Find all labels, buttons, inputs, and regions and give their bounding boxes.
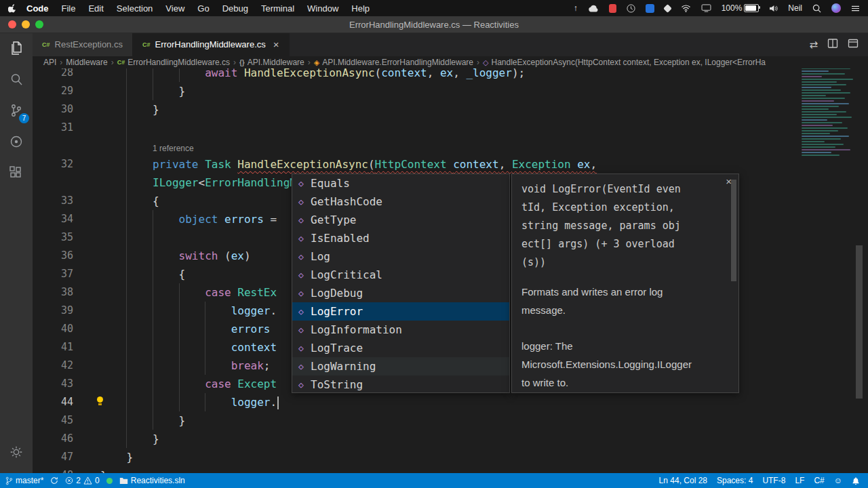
line-number[interactable]: 28: [33, 68, 73, 82]
zoom-window-button[interactable]: [35, 20, 43, 28]
extensions-icon[interactable]: [0, 157, 33, 188]
record-icon[interactable]: [609, 4, 616, 13]
language-mode[interactable]: C#: [814, 476, 824, 485]
siri-icon[interactable]: [831, 3, 841, 13]
breadcrumb-item[interactable]: Middleware: [66, 58, 107, 67]
upload-icon[interactable]: ↑: [574, 3, 578, 13]
compare-changes-icon[interactable]: ⇄: [809, 39, 818, 51]
menu-view[interactable]: View: [165, 3, 184, 14]
apple-menu-icon[interactable]: [8, 3, 17, 14]
tab-errorhandlingmiddleware[interactable]: C# ErrorHandlingMiddleware.cs ×: [133, 33, 290, 56]
code-line[interactable]: 29 }: [33, 82, 868, 100]
eol-status[interactable]: LF: [795, 476, 804, 485]
suggest-item-isenabled[interactable]: ◇IsEnabled: [292, 229, 509, 247]
feedback-smiley-icon[interactable]: ☺: [834, 476, 842, 485]
line-number[interactable]: 36: [33, 247, 73, 265]
menu-code[interactable]: Code: [26, 3, 49, 14]
code-line[interactable]: 48}: [33, 466, 868, 473]
spotlight-icon[interactable]: [812, 4, 821, 13]
menu-debug[interactable]: Debug: [222, 3, 248, 14]
docs-scrollbar[interactable]: [731, 180, 736, 281]
line-number[interactable]: 42: [33, 357, 73, 375]
line-number[interactable]: 48: [33, 466, 73, 473]
problems-status[interactable]: 2 0: [65, 476, 99, 485]
suggest-item-tostring[interactable]: ◇ToString: [292, 375, 509, 393]
line-number[interactable]: 32: [33, 155, 73, 174]
suggest-item-logcritical[interactable]: ◇LogCritical: [292, 266, 509, 284]
suggest-item-equals[interactable]: ◇Equals: [292, 174, 509, 192]
breadcrumb-item[interactable]: ◈API.Middleware.ErrorHandlingMiddleware: [314, 58, 473, 67]
display-icon[interactable]: [701, 4, 711, 12]
minimize-window-button[interactable]: [22, 20, 30, 28]
notifications-bell-icon[interactable]: [852, 476, 860, 485]
menu-terminal[interactable]: Terminal: [261, 3, 294, 14]
keyboard-layout-icon[interactable]: [646, 4, 654, 13]
code-line[interactable]: 30 }: [33, 100, 868, 119]
line-number[interactable]: 33: [33, 192, 73, 210]
line-number[interactable]: 30: [33, 100, 73, 119]
breadcrumb-item[interactable]: C#ErrorHandlingMiddleware.cs: [117, 58, 230, 67]
menu-window[interactable]: Window: [307, 3, 338, 14]
line-number[interactable]: 31: [33, 119, 73, 137]
suggest-item-logerror[interactable]: ◇LogError: [292, 302, 509, 321]
quick-fix-lightbulb-icon[interactable]: [96, 396, 104, 406]
explorer-icon[interactable]: [0, 33, 33, 64]
code-line[interactable]: 47 }: [33, 448, 868, 466]
suggest-item-gettype[interactable]: ◇GetType: [292, 211, 509, 229]
suggest-item-gethashcode[interactable]: ◇GetHashCode: [292, 192, 509, 211]
editor-scrollbar[interactable]: [856, 245, 863, 399]
code-line[interactable]: 44 logger.: [33, 393, 868, 411]
line-number[interactable]: 34: [33, 210, 73, 228]
suggest-item-log[interactable]: ◇Log: [292, 247, 509, 266]
code-line[interactable]: 31: [33, 119, 868, 137]
solution-status[interactable]: Reactivities.sln: [119, 476, 185, 485]
battery-indicator[interactable]: 100%: [722, 3, 760, 13]
settings-gear-icon[interactable]: [0, 436, 33, 468]
menu-edit[interactable]: Edit: [88, 3, 103, 14]
line-number[interactable]: 43: [33, 375, 73, 393]
codelens[interactable]: 1 reference: [33, 137, 868, 155]
suggest-item-loginformation[interactable]: ◇LogInformation: [292, 321, 509, 339]
line-number[interactable]: 39: [33, 302, 73, 320]
more-actions-icon[interactable]: [848, 38, 859, 51]
suggest-item-logwarning[interactable]: ◇LogWarning: [292, 357, 509, 375]
menu-go[interactable]: Go: [197, 3, 209, 14]
menu-file[interactable]: File: [62, 3, 76, 14]
menubar-user[interactable]: Neil: [788, 3, 802, 13]
close-window-button[interactable]: [8, 20, 16, 28]
line-number[interactable]: 38: [33, 283, 73, 302]
wifi-icon[interactable]: [681, 4, 691, 12]
tab-restexception[interactable]: C# RestException.cs: [33, 33, 133, 56]
code-line[interactable]: 28 await HandleExceptionAsync(context, e…: [33, 68, 868, 82]
close-tab-icon[interactable]: ×: [273, 39, 279, 50]
line-number[interactable]: [33, 174, 73, 192]
encoding-status[interactable]: UTF-8: [762, 476, 785, 485]
debug-icon[interactable]: [0, 126, 33, 157]
search-icon[interactable]: [0, 64, 33, 95]
line-number[interactable]: 45: [33, 411, 73, 430]
line-number[interactable]: 40: [33, 320, 73, 338]
indentation-status[interactable]: Spaces: 4: [717, 476, 753, 485]
control-center-icon[interactable]: [851, 5, 860, 12]
breadcrumb-item[interactable]: API: [43, 58, 56, 67]
source-control-icon[interactable]: 7: [0, 95, 33, 126]
line-number[interactable]: 37: [33, 265, 73, 283]
line-number[interactable]: 29: [33, 82, 73, 100]
volume-icon[interactable]: [769, 5, 778, 12]
line-number[interactable]: 35: [33, 228, 73, 247]
line-number[interactable]: 44: [33, 393, 73, 411]
menu-selection[interactable]: Selection: [117, 3, 153, 14]
menu-help[interactable]: Help: [351, 3, 370, 14]
sync-icon[interactable]: [50, 476, 58, 485]
breadcrumb-item[interactable]: ◇HandleExceptionAsync(HttpContext contex…: [483, 58, 766, 67]
suggest-item-logdebug[interactable]: ◇LogDebug: [292, 284, 509, 302]
suggest-item-logtrace[interactable]: ◇LogTrace: [292, 339, 509, 357]
code-line[interactable]: 45 }: [33, 411, 868, 430]
cursor-position[interactable]: Ln 44, Col 28: [659, 476, 707, 485]
git-branch-status[interactable]: master*: [5, 476, 43, 485]
line-number[interactable]: 47: [33, 448, 73, 466]
breadcrumb-item[interactable]: {}API.Middleware: [239, 58, 304, 67]
star-icon[interactable]: [665, 5, 671, 12]
cloud-icon[interactable]: [588, 5, 599, 12]
split-editor-icon[interactable]: [827, 38, 838, 51]
